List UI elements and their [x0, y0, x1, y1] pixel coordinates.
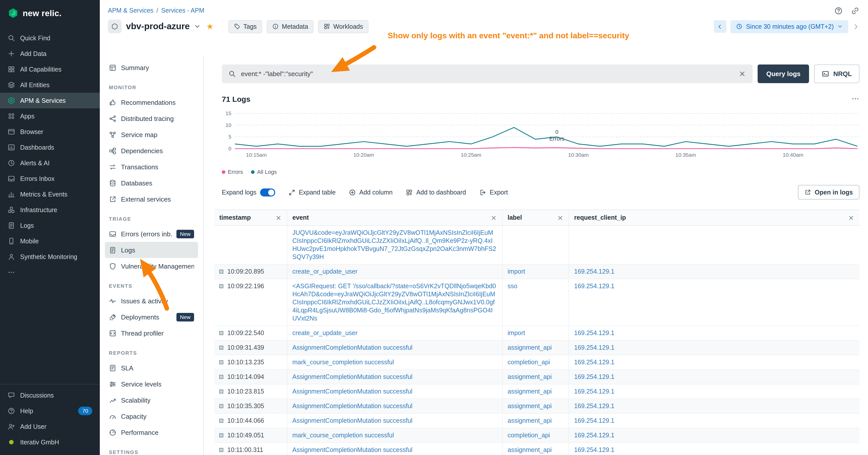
label-link[interactable]: import [507, 329, 525, 336]
sidebar-item-all-entities[interactable]: All Entities [0, 77, 100, 93]
event-link[interactable]: mark_course_completion successful [292, 359, 394, 366]
newrelic-logo[interactable]: new relic. [0, 0, 100, 26]
ip-link[interactable]: 169.254.129.1 [574, 359, 615, 366]
sidebar-item-performance[interactable]: Performance [105, 424, 198, 441]
sidebar-item-logs[interactable]: Logs [105, 242, 198, 258]
open-in-logs-button[interactable]: Open in logs [798, 185, 860, 199]
ip-link[interactable]: 169.254.129.1 [574, 432, 615, 439]
add-column-button[interactable]: Add column [349, 189, 393, 196]
event-link[interactable]: create_or_update_user [292, 268, 358, 275]
event-link[interactable]: AssignmentCompletionMutation successful [292, 402, 412, 410]
breadcrumb-services-apm[interactable]: Services - APM [161, 7, 205, 14]
sidebar-item-quick-find[interactable]: Quick Find [0, 30, 100, 46]
query-text[interactable]: event:* -"label":"security" [241, 70, 734, 77]
sidebar-item-iterativ-gmbh[interactable]: Iterativ GmbH [0, 434, 100, 450]
table-row[interactable]: 10:09:20.895create_or_update_userimport1… [214, 264, 860, 279]
table-row[interactable]: 10:09:22.196<ASGIRequest: GET '/sso/call… [214, 279, 860, 326]
breadcrumb-apm-services[interactable]: APM & Services [108, 7, 154, 14]
sidebar-item-summary[interactable]: Summary [105, 60, 198, 75]
sidebar-item-service-levels[interactable]: Service levels [105, 376, 198, 392]
label-link[interactable]: completion_api [507, 359, 550, 366]
column-header-label[interactable]: label [502, 210, 568, 225]
sidebar-item-all-capabilities[interactable]: All Capabilities [0, 62, 100, 77]
expand-logs-control[interactable]: Expand logs [222, 188, 275, 196]
label-link[interactable]: assignment_api [507, 373, 552, 381]
label-link[interactable]: completion_api [507, 432, 550, 439]
sidebar-item-alerts-ai[interactable]: Alerts & AI [0, 155, 100, 171]
event-link[interactable]: JUQVU&code=eyJraWQiOiJjcGltY29yZV8wOTl1M… [292, 229, 496, 260]
clear-query-icon[interactable] [739, 70, 746, 77]
sidebar-item-errors-errors-inb[interactable]: Errors (errors inb...New [105, 226, 198, 242]
remove-event-column-icon[interactable] [491, 215, 497, 221]
label-link[interactable]: assignment_api [507, 417, 552, 424]
event-link[interactable]: AssignmentCompletionMutation successful [292, 417, 412, 424]
sidebar-item-add-data[interactable]: Add Data [0, 46, 100, 62]
sidebar-item-external-services[interactable]: External services [105, 191, 198, 207]
sidebar-item-synthetic-monitoring[interactable]: Synthetic Monitoring [0, 249, 100, 264]
event-link[interactable]: create_or_update_user [292, 329, 358, 336]
sidebar-item-distributed-tracing[interactable]: Distributed tracing [105, 110, 198, 127]
ip-link[interactable]: 169.254.129.1 [574, 344, 615, 351]
remove-label-column-icon[interactable] [557, 215, 563, 221]
column-header-request-client-ip[interactable]: request_client_ip [568, 210, 860, 225]
sidebar-item-dashboards[interactable]: Dashboards [0, 139, 100, 155]
column-header-timestamp[interactable]: timestamp [214, 210, 287, 225]
sidebar-item-help[interactable]: Help70 [0, 403, 100, 419]
expand-table-button[interactable]: Expand table [288, 189, 336, 196]
table-row[interactable]: 10:10:23.815AssignmentCompletionMutation… [214, 385, 860, 399]
label-link[interactable]: assignment_api [507, 388, 552, 395]
favorite-star-icon[interactable]: ★ [207, 22, 214, 31]
sidebar-item-logs[interactable]: Logs [0, 218, 100, 233]
sidebar-item-add-user[interactable]: Add User [0, 419, 100, 434]
ip-link[interactable]: 169.254.129.1 [574, 402, 615, 410]
help-circle-icon[interactable] [834, 6, 843, 15]
sidebar-item-errors-inbox[interactable]: Errors Inbox [0, 171, 100, 187]
sidebar-item-capacity[interactable]: Capacity [105, 408, 198, 424]
label-link[interactable]: assignment_api [507, 344, 552, 351]
sidebar-item-mobile[interactable]: Mobile [0, 233, 100, 249]
add-to-dashboard-button[interactable]: Add to dashboard [406, 189, 466, 196]
chart-options-icon[interactable] [851, 95, 860, 103]
sidebar-item-discussions[interactable]: Discussions [0, 388, 100, 403]
sidebar-item-more[interactable] [0, 264, 100, 280]
sidebar-item-deployments[interactable]: DeploymentsNew [105, 309, 198, 325]
label-link[interactable]: assignment_api [507, 447, 552, 454]
legend-all-logs[interactable]: All Logs [251, 169, 277, 175]
ip-link[interactable]: 169.254.129.1 [574, 447, 615, 454]
table-row[interactable]: 10:09:22.540create_or_update_userimport1… [214, 326, 860, 340]
time-back-button[interactable] [714, 20, 726, 33]
ip-link[interactable]: 169.254.129.1 [574, 373, 615, 381]
sidebar-item-apm-services[interactable]: APM & Services [0, 93, 100, 108]
table-row[interactable]: 10:10:13.235mark_course_completion succe… [214, 355, 860, 370]
sidebar-item-thread-profiler[interactable]: Thread profiler [105, 325, 198, 341]
event-link[interactable]: AssignmentCompletionMutation successful [292, 447, 412, 454]
sidebar-item-dependencies[interactable]: Dependencies [105, 142, 198, 159]
table-row[interactable]: 10:10:14.094AssignmentCompletionMutation… [214, 370, 860, 385]
event-link[interactable]: <ASGIRequest: GET '/sso/callback/?state=… [292, 283, 496, 322]
event-link[interactable]: AssignmentCompletionMutation successful [292, 373, 412, 381]
sidebar-item-infrastructure[interactable]: Infrastructure [0, 202, 100, 218]
column-header-event[interactable]: event [287, 210, 502, 225]
sidebar-item-sla[interactable]: SLA [105, 360, 198, 376]
ip-link[interactable]: 169.254.129.1 [574, 329, 615, 336]
sidebar-item-browser[interactable]: Browser [0, 124, 100, 139]
sidebar-item-scalability[interactable]: Scalability [105, 392, 198, 408]
export-button[interactable]: Export [479, 189, 508, 196]
table-row[interactable]: 10:10:49.051mark_course_completion succe… [214, 428, 860, 443]
table-row[interactable]: 10:10:35.305AssignmentCompletionMutation… [214, 399, 860, 414]
sidebar-item-metrics-events[interactable]: Metrics & Events [0, 187, 100, 202]
event-link[interactable]: AssignmentCompletionMutation successful [292, 388, 412, 395]
nrql-button[interactable]: NRQL [814, 65, 860, 83]
table-row[interactable]: JUQVU&code=eyJraWQiOiJjcGltY29yZV8wOTl1M… [214, 226, 860, 264]
ip-link[interactable]: 169.254.129.1 [574, 283, 615, 290]
entity-switcher-chevron-icon[interactable] [194, 23, 201, 30]
table-row[interactable]: 10:10:44.066AssignmentCompletionMutation… [214, 414, 860, 428]
ip-link[interactable]: 169.254.129.1 [574, 417, 615, 424]
sidebar-item-service-map[interactable]: Service map [105, 127, 198, 142]
label-link[interactable]: import [507, 268, 525, 275]
sidebar-item-issues-activity[interactable]: Issues & activity [105, 293, 198, 309]
permalink-icon[interactable] [851, 6, 860, 15]
event-link[interactable]: AssignmentCompletionMutation successful [292, 344, 412, 351]
remove-ip-column-icon[interactable] [848, 215, 855, 221]
sidebar-item-recommendations[interactable]: Recommendations [105, 94, 198, 110]
